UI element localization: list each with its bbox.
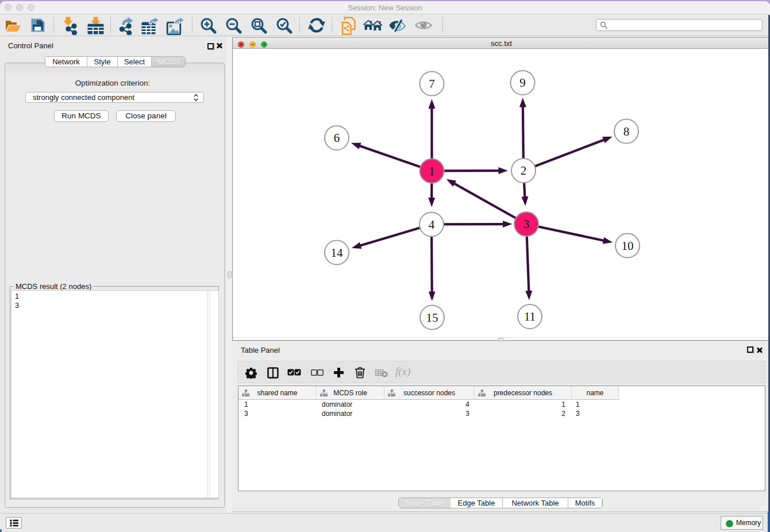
svg-text:15: 15	[426, 311, 438, 325]
svg-text:6: 6	[334, 131, 340, 145]
svg-text:3: 3	[523, 217, 530, 231]
svg-text:9: 9	[519, 76, 526, 90]
svg-text:10: 10	[622, 239, 634, 253]
svg-text:7: 7	[429, 77, 435, 91]
svg-text:4: 4	[429, 218, 435, 232]
svg-text:11: 11	[524, 310, 536, 323]
svg-text:8: 8	[623, 125, 630, 138]
svg-text:2: 2	[521, 164, 527, 178]
svg-text:14: 14	[331, 246, 344, 260]
svg-text:1: 1	[429, 164, 435, 178]
